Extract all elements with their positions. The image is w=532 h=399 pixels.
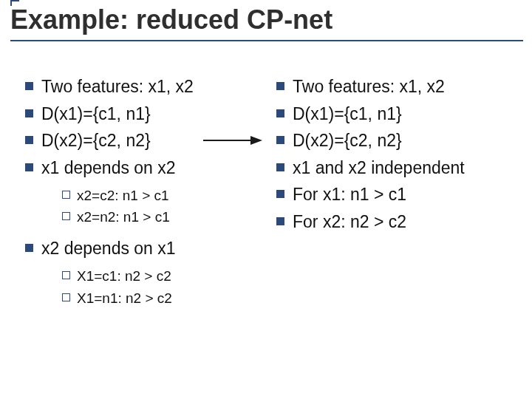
corner-tick xyxy=(10,0,19,6)
sub-item: X1=n1: n2 > c2 xyxy=(41,287,259,309)
list-item-text: x1 depends on x2 xyxy=(41,158,176,177)
content-columns: Two features: x1, x2 D(x1)={c1, n1} D(x2… xyxy=(0,41,532,316)
list-item: D(x1)={c1, n1} xyxy=(273,101,510,127)
sub-item: X1=c1: n2 > c2 xyxy=(41,265,259,287)
list-item: Two features: x1, x2 xyxy=(22,74,259,100)
list-item: x2 depends on x1 X1=c1: n2 > c2 X1=n1: n… xyxy=(22,236,259,309)
title-wrap: Example: reduced CP-net xyxy=(0,0,532,41)
list-item: D(x2)={c2, n2} xyxy=(273,128,510,154)
left-list: Two features: x1, x2 D(x1)={c1, n1} D(x2… xyxy=(22,74,259,309)
right-list: Two features: x1, x2 D(x1)={c1, n1} D(x2… xyxy=(273,74,510,234)
right-column: Two features: x1, x2 D(x1)={c1, n1} D(x2… xyxy=(273,74,510,316)
list-item: x1 and x2 independent xyxy=(273,155,510,181)
left-sublist-2: X1=c1: n2 > c2 X1=n1: n2 > c2 xyxy=(41,265,259,309)
list-item: Two features: x1, x2 xyxy=(273,74,510,100)
left-sublist-1: x2=c2: n1 > c1 x2=n2: n1 > c1 xyxy=(41,185,259,228)
slide-title: Example: reduced CP-net xyxy=(10,4,523,41)
list-item: D(x1)={c1, n1} xyxy=(22,101,259,127)
list-item: D(x2)={c2, n2} xyxy=(22,128,259,154)
list-item: For x2: n2 > c2 xyxy=(273,209,510,235)
list-item: For x1: n1 > c1 xyxy=(273,182,510,208)
slide: Example: reduced CP-net Two features: x1… xyxy=(0,0,532,399)
sub-item: x2=c2: n1 > c1 xyxy=(41,185,259,206)
list-item: x1 depends on x2 x2=c2: n1 > c1 x2=n2: n… xyxy=(22,155,259,228)
list-item-text: x2 depends on x1 xyxy=(41,239,176,258)
sub-item: x2=n2: n1 > c1 xyxy=(41,206,259,228)
left-column: Two features: x1, x2 D(x1)={c1, n1} D(x2… xyxy=(22,74,259,316)
